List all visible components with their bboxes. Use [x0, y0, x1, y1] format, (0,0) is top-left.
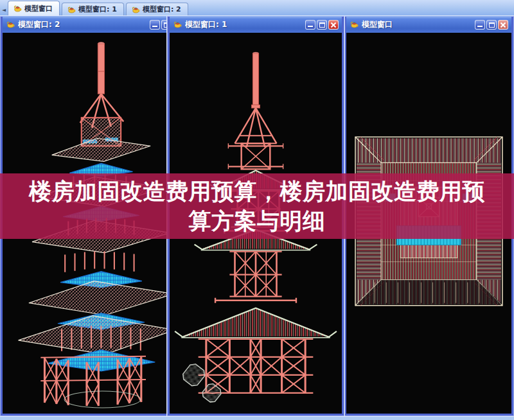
viewport-icon	[67, 6, 76, 13]
tab-model-window-1[interactable]: 模型窗口: 1	[62, 3, 124, 15]
window-titlebar[interactable]: 模型窗口: 1	[170, 16, 342, 33]
viewport-icon	[173, 21, 182, 28]
minimize-button[interactable]	[475, 20, 485, 30]
tab-scroll-left-icon[interactable]: ◄	[0, 4, 8, 15]
viewport-icon	[350, 21, 359, 28]
tab-model-window-2[interactable]: 模型窗口: 2	[126, 3, 188, 15]
maximize-button[interactable]	[486, 20, 497, 30]
viewport-icon	[131, 6, 140, 13]
viewport-window-perspective: 模型窗口: 2	[0, 16, 177, 416]
close-button[interactable]	[498, 20, 508, 30]
viewport-window-elevation: 模型窗口: 1	[167, 16, 344, 416]
tab-label: 模型窗口: 2	[143, 4, 181, 14]
viewport-canvas-plan[interactable]	[346, 33, 511, 414]
minimize-button[interactable]	[305, 20, 315, 30]
pagoda-3d-wireframe	[3, 33, 175, 414]
viewport-canvas-elevation[interactable]	[170, 33, 342, 414]
tab-model-window[interactable]: 模型窗口	[8, 1, 60, 15]
viewport-window-plan: 模型窗口	[344, 16, 514, 416]
window-titlebar[interactable]: 模型窗口	[346, 16, 511, 33]
tab-label: 模型窗口: 1	[78, 4, 117, 14]
viewport-icon	[6, 21, 15, 28]
pagoda-elevation-wireframe	[170, 33, 342, 414]
maximize-icon	[489, 22, 495, 28]
window-title: 模型窗口: 2	[18, 19, 146, 30]
viewport-canvas-perspective[interactable]	[3, 33, 175, 414]
window-title: 模型窗口: 1	[185, 19, 302, 30]
maximize-button[interactable]	[317, 20, 327, 30]
minimize-icon	[152, 26, 157, 27]
window-title: 模型窗口	[362, 19, 472, 30]
close-icon	[499, 21, 508, 29]
viewport-icon	[13, 4, 22, 12]
window-titlebar[interactable]: 模型窗口: 2	[3, 16, 175, 33]
close-icon	[329, 21, 338, 29]
viewport-tab-bar: ◄ 模型窗口 模型窗口: 1 模型窗口: 2	[0, 0, 514, 16]
minimize-icon	[477, 26, 483, 27]
app-screen: ◄ 模型窗口 模型窗口: 1 模型窗口: 2 模型窗口: 2	[0, 0, 514, 420]
pagoda-plan-wireframe	[346, 33, 511, 414]
minimize-icon	[308, 26, 313, 27]
tab-label: 模型窗口	[24, 4, 53, 13]
minimize-button[interactable]	[150, 20, 160, 30]
close-button[interactable]	[328, 20, 339, 30]
maximize-icon	[319, 22, 325, 28]
